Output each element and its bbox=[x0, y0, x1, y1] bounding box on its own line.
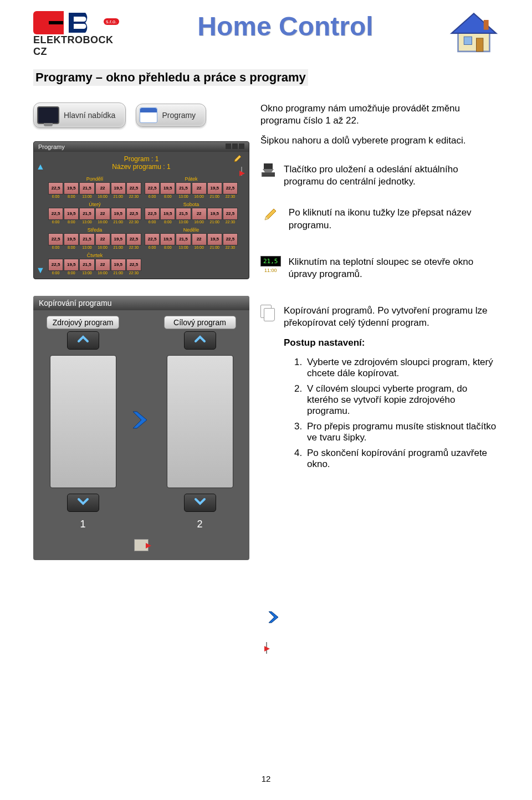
temperature-cell[interactable]: 19,5 bbox=[160, 233, 175, 245]
temperature-cell[interactable]: 22,5 bbox=[145, 208, 160, 220]
time-cell: 21:00 bbox=[111, 220, 126, 224]
day-label: Středa bbox=[47, 227, 142, 233]
temperature-cell[interactable]: 19,5 bbox=[111, 182, 126, 194]
house-icon bbox=[449, 11, 499, 58]
temperature-cell[interactable]: 22 bbox=[192, 233, 207, 245]
temperature-cell[interactable]: 22 bbox=[95, 182, 110, 194]
step-3: Pro přepis programu musíte stisknout tla… bbox=[305, 421, 499, 443]
logo-text: ELEKTROBOCK CZ bbox=[33, 34, 122, 58]
day-column: Pátek22,519,521,52219,522,56:008:0013:00… bbox=[144, 176, 239, 200]
company-logo: s.r.o. ELEKTROBOCK CZ bbox=[33, 11, 122, 58]
day-column: Neděle22,519,521,52219,522,56:008:0013:0… bbox=[144, 227, 239, 251]
temperature-cell[interactable]: 19,5 bbox=[207, 182, 222, 194]
time-cell: 16:00 bbox=[95, 194, 110, 198]
temperature-cell[interactable]: 22,5 bbox=[223, 182, 238, 194]
time-cell: 13:00 bbox=[176, 245, 191, 249]
temperature-cell[interactable]: 22,5 bbox=[48, 233, 63, 245]
temperature-chip-icon: 21,5 11:00 bbox=[260, 256, 281, 273]
temperature-cell[interactable]: 22 bbox=[192, 208, 207, 220]
programy-button[interactable]: Programy bbox=[136, 104, 206, 127]
temperature-cell[interactable]: 19,5 bbox=[64, 259, 79, 271]
temperature-cell[interactable]: 22,5 bbox=[48, 259, 63, 271]
source-column-header: Zdrojový program bbox=[47, 316, 120, 329]
edit-name-pencil-icon[interactable] bbox=[233, 154, 242, 165]
time-cell: 21:00 bbox=[111, 194, 126, 198]
temperature-cell[interactable]: 22,5 bbox=[48, 182, 63, 194]
temperature-cell[interactable]: 22,5 bbox=[145, 182, 160, 194]
copy-close-button[interactable] bbox=[33, 539, 249, 551]
temperature-cell[interactable]: 22 bbox=[95, 233, 110, 245]
main-menu-button[interactable]: Hlavní nabídka bbox=[33, 102, 126, 128]
page-title: Home Control bbox=[122, 11, 449, 42]
temperature-cell[interactable]: 19,5 bbox=[64, 182, 79, 194]
temperature-cell[interactable]: 22,5 bbox=[126, 233, 141, 245]
temperature-cell[interactable]: 22,5 bbox=[126, 259, 141, 271]
day-label: Neděle bbox=[144, 227, 239, 233]
temperature-cell[interactable]: 21,5 bbox=[176, 233, 191, 245]
temperature-cell[interactable]: 22,5 bbox=[126, 208, 141, 220]
target-column-header: Cílový program bbox=[164, 316, 236, 329]
temperature-cell[interactable]: 19,5 bbox=[64, 233, 79, 245]
time-cell: 8:00 bbox=[64, 245, 79, 249]
step-4: Po skončení kopírování programů uzavřete… bbox=[305, 448, 499, 470]
copy-execute-arrow[interactable] bbox=[130, 406, 152, 440]
temperature-cell[interactable]: 21,5 bbox=[176, 208, 191, 220]
procedure-steps: Vyberte ve zdrojovém sloupci program, kt… bbox=[305, 357, 499, 470]
day-label: Pátek bbox=[144, 176, 239, 182]
page-number: 12 bbox=[262, 774, 271, 783]
target-up-button[interactable] bbox=[184, 331, 216, 350]
temperature-cell[interactable]: 19,5 bbox=[64, 208, 79, 220]
target-list[interactable] bbox=[167, 355, 233, 488]
blue-arrow-icon bbox=[266, 609, 282, 628]
temperature-cell[interactable]: 21,5 bbox=[79, 233, 94, 245]
temperature-cell[interactable]: 19,5 bbox=[111, 259, 126, 271]
button-row: Hlavní nabídka Programy bbox=[33, 102, 249, 128]
time-cell: 8:00 bbox=[160, 245, 175, 249]
time-cell: 21:00 bbox=[207, 194, 222, 198]
day-column: Pondělí22,519,521,52219,522,56:008:0013:… bbox=[47, 176, 142, 200]
window-controls[interactable] bbox=[224, 143, 244, 150]
temperature-cell[interactable]: 21,5 bbox=[79, 182, 94, 194]
target-number: 2 bbox=[197, 519, 202, 530]
day-label: Čtvrtek bbox=[47, 252, 142, 259]
day-column: Čtvrtek22,519,521,52219,522,56:008:0013:… bbox=[47, 252, 142, 276]
day-label: Pondělí bbox=[47, 176, 142, 182]
temperature-cell[interactable]: 22,5 bbox=[126, 182, 141, 194]
source-list[interactable] bbox=[50, 355, 116, 488]
time-cell: 13:00 bbox=[79, 194, 94, 198]
temperature-cell[interactable]: 22,5 bbox=[145, 233, 160, 245]
temperature-cell[interactable]: 21,5 bbox=[176, 182, 191, 194]
temperature-cell[interactable]: 22,5 bbox=[223, 208, 238, 220]
temperature-cell[interactable]: 19,5 bbox=[160, 208, 175, 220]
temperature-cell[interactable]: 19,5 bbox=[160, 182, 175, 194]
temperature-cell[interactable]: 22,5 bbox=[48, 208, 63, 220]
temperature-cell[interactable]: 19,5 bbox=[207, 208, 222, 220]
source-down-button[interactable] bbox=[67, 494, 99, 512]
copy-window-title: Kopírování programu bbox=[33, 296, 249, 310]
temperature-cell[interactable]: 22 bbox=[95, 259, 110, 271]
temp-chip-value: 21,5 bbox=[260, 256, 281, 266]
pencil-icon bbox=[260, 207, 281, 222]
temperature-cell[interactable]: 22,5 bbox=[223, 233, 238, 245]
time-cell: 13:00 bbox=[176, 220, 191, 224]
temperature-cell[interactable]: 22 bbox=[95, 208, 110, 220]
target-down-button[interactable] bbox=[184, 494, 216, 512]
temperature-cell[interactable]: 19,5 bbox=[111, 233, 126, 245]
temperature-cell[interactable]: 21,5 bbox=[79, 208, 94, 220]
temperature-cell[interactable]: 22 bbox=[192, 182, 207, 194]
main-menu-label: Hlavní nabídka bbox=[64, 111, 115, 120]
temperature-cell[interactable]: 19,5 bbox=[207, 233, 222, 245]
time-cell: 22:30 bbox=[126, 220, 141, 224]
day-column: Úterý22,519,521,52219,522,56:008:0013:00… bbox=[47, 201, 142, 225]
exit-door-icon bbox=[266, 643, 267, 654]
temperature-cell[interactable]: 19,5 bbox=[111, 208, 126, 220]
source-column: Zdrojový program 1 bbox=[40, 316, 126, 530]
monitor-icon bbox=[37, 106, 59, 124]
day-column: Středa22,519,521,52219,522,56:008:0013:0… bbox=[47, 227, 142, 251]
time-cell: 13:00 bbox=[79, 220, 94, 224]
source-up-button[interactable] bbox=[67, 331, 99, 350]
time-cell: 13:00 bbox=[176, 194, 191, 198]
time-cell: 8:00 bbox=[64, 271, 79, 275]
temperature-cell[interactable]: 21,5 bbox=[79, 259, 94, 271]
temp-chip-time: 11:00 bbox=[264, 268, 277, 273]
